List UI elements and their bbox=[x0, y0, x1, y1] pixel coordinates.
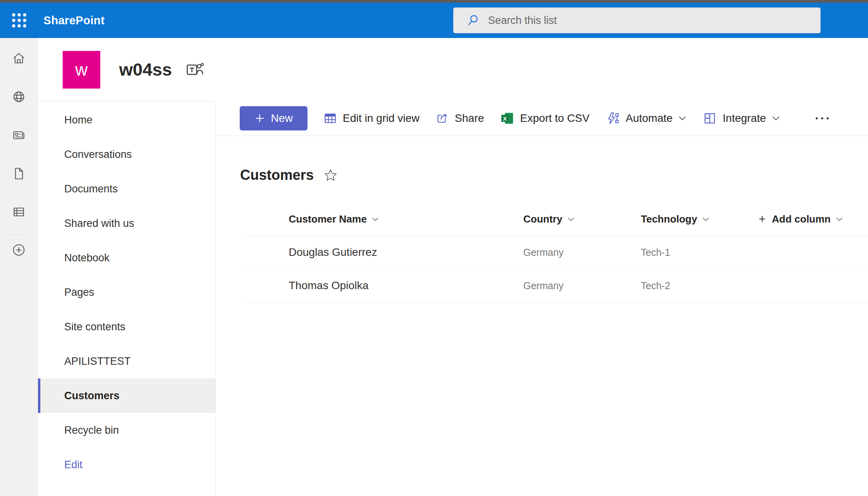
column-header-technology[interactable]: Technology bbox=[641, 213, 710, 225]
sidebar-item-home[interactable]: Home bbox=[38, 103, 215, 137]
teams-icon bbox=[186, 62, 204, 78]
suite-bar: SharePoint bbox=[0, 3, 868, 38]
chevron-down-icon bbox=[772, 116, 780, 121]
table-row[interactable]: Douglas Gutierrez Germany Tech-1 bbox=[242, 236, 868, 269]
search-icon bbox=[467, 14, 479, 27]
list-table: Customer Name Country bbox=[242, 203, 868, 302]
search-box[interactable] bbox=[453, 7, 821, 33]
window-top-strip bbox=[0, 0, 868, 3]
technology-value: Tech-2 bbox=[641, 280, 670, 291]
sidebar-item-recycle-bin[interactable]: Recycle bin bbox=[38, 413, 215, 447]
share-button[interactable]: Share bbox=[436, 112, 484, 125]
export-to-csv-button[interactable]: X Export to CSV bbox=[501, 112, 590, 125]
edit-in-grid-view-button[interactable]: Edit in grid view bbox=[324, 112, 420, 125]
app-launcher-button[interactable] bbox=[0, 3, 38, 38]
customer-name-link[interactable]: Douglas Gutierrez bbox=[289, 246, 377, 258]
chevron-down-icon bbox=[371, 217, 379, 222]
sidebar-item-conversations[interactable]: Conversations bbox=[38, 137, 215, 172]
brand-title: SharePoint bbox=[43, 14, 105, 27]
automate-label: Automate bbox=[626, 112, 673, 125]
more-commands-button[interactable] bbox=[814, 115, 831, 121]
sidebar-item-shared-with-us[interactable]: Shared with us bbox=[38, 206, 215, 241]
sidebar-edit-link[interactable]: Edit bbox=[38, 447, 215, 482]
flow-icon bbox=[606, 112, 619, 125]
new-button-label: New bbox=[271, 112, 293, 125]
new-button[interactable]: New bbox=[240, 106, 307, 130]
table-header-row: Customer Name Country bbox=[242, 203, 868, 236]
site-logo[interactable]: w bbox=[63, 51, 100, 89]
plus-icon bbox=[254, 113, 265, 124]
more-ellipsis-icon bbox=[814, 115, 831, 121]
grid-icon bbox=[324, 112, 336, 125]
integrate-icon bbox=[703, 112, 716, 125]
country-value: Germany bbox=[523, 280, 564, 291]
country-value: Germany bbox=[523, 247, 564, 258]
command-bar: New Edit in grid view bbox=[216, 101, 868, 136]
integrate-menu-button[interactable]: Integrate bbox=[703, 112, 780, 125]
technology-value: Tech-1 bbox=[641, 247, 670, 258]
document-icon bbox=[12, 167, 26, 181]
chevron-down-icon bbox=[835, 217, 843, 222]
sidebar-item-apilisttest[interactable]: APILISTTEST bbox=[38, 344, 215, 378]
list-icon bbox=[12, 205, 26, 219]
svg-text:X: X bbox=[503, 115, 507, 122]
excel-icon: X bbox=[501, 112, 514, 125]
star-outline-icon bbox=[324, 168, 337, 182]
waffle-icon bbox=[11, 12, 28, 29]
favorite-star-button[interactable] bbox=[324, 168, 337, 182]
sidebar-item-documents[interactable]: Documents bbox=[38, 172, 215, 206]
plus-icon: + bbox=[759, 212, 766, 226]
rail-news-button[interactable] bbox=[11, 127, 27, 143]
rail-divider bbox=[8, 235, 30, 235]
list-main: New Edit in grid view bbox=[216, 101, 868, 496]
share-icon bbox=[436, 112, 448, 125]
share-label: Share bbox=[455, 112, 484, 125]
sidebar-item-customers[interactable]: Customers bbox=[38, 378, 215, 413]
sidebar-item-site-contents[interactable]: Site contents bbox=[38, 310, 215, 344]
news-icon bbox=[12, 128, 26, 142]
list-title: Customers bbox=[240, 167, 314, 183]
sharepoint-list-page: SharePoint bbox=[0, 0, 868, 496]
rail-documents-button[interactable] bbox=[11, 166, 27, 181]
rail-lists-button[interactable] bbox=[11, 204, 27, 220]
add-column-button[interactable]: + Add column bbox=[759, 212, 843, 226]
create-plus-icon bbox=[11, 243, 26, 257]
export-to-csv-label: Export to CSV bbox=[520, 112, 590, 125]
site-header: w w04ss bbox=[38, 38, 868, 101]
home-icon bbox=[12, 51, 26, 65]
sidebar-item-notebook[interactable]: Notebook bbox=[38, 241, 215, 275]
rail-create-button[interactable] bbox=[11, 242, 27, 258]
chevron-down-icon bbox=[702, 217, 710, 222]
chevron-down-icon bbox=[678, 116, 687, 121]
sidebar-nav: Home Conversations Documents Shared with… bbox=[38, 101, 216, 496]
integrate-label: Integrate bbox=[723, 112, 766, 125]
column-header-country[interactable]: Country bbox=[523, 213, 575, 225]
edit-in-grid-view-label: Edit in grid view bbox=[343, 112, 420, 125]
site-title: w04ss bbox=[119, 60, 172, 80]
sidebar-item-pages[interactable]: Pages bbox=[38, 275, 215, 310]
rail-home-button[interactable] bbox=[11, 51, 27, 66]
search-input[interactable] bbox=[488, 14, 820, 27]
list-view: Customers Customer bbox=[216, 136, 868, 302]
column-header-customer-name[interactable]: Customer Name bbox=[289, 213, 379, 225]
customer-name-link[interactable]: Thomas Opiolka bbox=[289, 279, 369, 291]
automate-menu-button[interactable]: Automate bbox=[606, 112, 687, 125]
table-row[interactable]: Thomas Opiolka Germany Tech-2 bbox=[242, 269, 868, 302]
rail-sites-button[interactable] bbox=[11, 89, 27, 105]
chevron-down-icon bbox=[567, 217, 575, 222]
left-app-rail bbox=[0, 38, 38, 496]
globe-icon bbox=[12, 90, 26, 104]
